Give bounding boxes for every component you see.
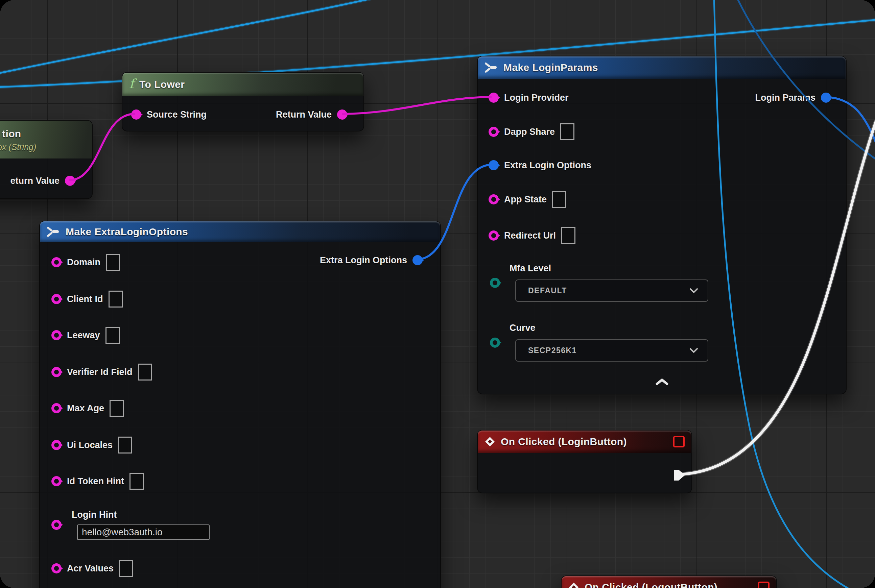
verifier-id-field-checkbox[interactable] <box>138 364 152 381</box>
mfa-level-dropdown[interactable]: DEFAULT <box>515 279 708 302</box>
wire-tolower-to-login-provider <box>342 97 492 114</box>
pin-label: Leeway <box>67 330 100 340</box>
bound-event-indicator <box>673 436 685 447</box>
chevron-down-icon <box>689 348 698 353</box>
node-string-function-header[interactable]: tion ox (String) <box>0 121 92 159</box>
bound-event-indicator <box>758 582 770 588</box>
pin-label: Return Value <box>276 110 332 120</box>
login-hint-input[interactable] <box>77 525 210 540</box>
max-age-checkbox[interactable] <box>110 400 124 417</box>
acr-values-checkbox[interactable] <box>119 560 133 577</box>
app-state-checkbox[interactable] <box>552 191 566 208</box>
pin-label: Extra Login Options <box>504 160 591 171</box>
redirect-url-checkbox[interactable] <box>561 227 576 244</box>
dapp-share-checkbox[interactable] <box>560 123 574 140</box>
mfa-level-label: Mfa Level <box>510 263 551 274</box>
pin-label: Acr Values <box>67 563 114 574</box>
pin-label: Login Params <box>755 93 815 103</box>
node-title: Make ExtraLoginOptions <box>66 226 188 238</box>
node-title: tion <box>2 128 21 140</box>
pin-label: Domain <box>67 257 101 268</box>
node-title: Make LoginParams <box>504 62 598 74</box>
chevron-down-icon <box>689 288 698 293</box>
pin-label: App State <box>504 194 547 205</box>
node-on-clicked-logout-header[interactable]: On Clicked (LogoutButton) <box>562 576 776 588</box>
curve-label: Curve <box>510 323 535 333</box>
domain-pin[interactable] <box>51 257 62 267</box>
pin-label: eturn Value <box>10 176 60 186</box>
curve-dropdown[interactable]: SECP256K1 <box>515 339 708 362</box>
node-make-extra-login-options-header[interactable]: Make ExtraLoginOptions <box>40 221 440 242</box>
leeway-pin[interactable] <box>51 330 62 340</box>
dropdown-value: DEFAULT <box>528 286 567 296</box>
cross-wire-a-glow <box>0 0 380 74</box>
cross-wire-a <box>0 0 380 74</box>
pin-label: Max Age <box>67 403 104 414</box>
client-id-checkbox[interactable] <box>108 291 123 308</box>
return-value-pin[interactable] <box>65 176 75 186</box>
login-hint-pin[interactable] <box>51 520 62 530</box>
app-state-pin[interactable] <box>489 194 499 204</box>
source-string-pin[interactable] <box>131 110 141 120</box>
verifier-id-field-pin[interactable] <box>51 367 62 377</box>
ui-locales-checkbox[interactable] <box>118 436 132 453</box>
pin-label: Source String <box>147 110 207 120</box>
max-age-pin[interactable] <box>51 403 62 413</box>
node-title: To Lower <box>139 79 185 90</box>
blueprint-canvas[interactable]: tion ox (String) eturn Value f To Lower … <box>0 0 875 588</box>
pin-label: Redirect Url <box>504 231 556 241</box>
leeway-checkbox[interactable] <box>105 327 120 344</box>
pin-label: Verifier Id Field <box>67 367 132 378</box>
node-title: On Clicked (LogoutButton) <box>585 582 717 588</box>
id-token-hint-checkbox[interactable] <box>129 473 144 490</box>
node-string-function[interactable]: tion ox (String) eturn Value <box>0 120 93 199</box>
node-title: On Clicked (LoginButton) <box>501 436 627 447</box>
pin-label: Client Id <box>67 294 103 304</box>
extra-login-options-output-pin[interactable] <box>412 255 422 265</box>
node-to-lower[interactable]: f To Lower Source String Return Value <box>122 72 364 132</box>
pure-function-icon: f <box>129 77 134 90</box>
pin-label: Login Provider <box>504 93 569 103</box>
id-token-hint-pin[interactable] <box>51 476 62 486</box>
node-on-clicked-login-header[interactable]: On Clicked (LoginButton) <box>478 430 692 453</box>
dapp-share-pin[interactable] <box>489 127 499 137</box>
node-on-clicked-logout-button[interactable]: On Clicked (LogoutButton) <box>561 576 777 588</box>
node-make-login-params-header[interactable]: Make LoginParams <box>478 56 846 79</box>
extra-login-options-input-pin[interactable] <box>489 160 499 170</box>
client-id-pin[interactable] <box>51 294 62 304</box>
node-to-lower-header[interactable]: f To Lower <box>122 73 364 96</box>
chevron-up-icon <box>655 378 669 386</box>
event-diamond-icon <box>568 582 579 588</box>
dropdown-value: SECP256K1 <box>528 346 577 355</box>
make-struct-icon <box>484 62 498 74</box>
event-diamond-icon <box>484 436 495 447</box>
redirect-url-pin[interactable] <box>489 231 499 241</box>
login-hint-label: Login Hint <box>72 510 117 520</box>
pin-label: Dapp Share <box>504 127 555 137</box>
ui-locales-pin[interactable] <box>51 440 62 450</box>
pin-label: Id Token Hint <box>67 476 124 487</box>
node-make-extra-login-options[interactable]: Make ExtraLoginOptions Extra Login Optio… <box>39 220 441 588</box>
node-subtitle: ox (String) <box>0 142 36 152</box>
make-struct-icon <box>47 226 60 238</box>
login-provider-pin[interactable] <box>489 93 499 103</box>
return-value-pin[interactable] <box>337 110 347 120</box>
mfa-level-pin[interactable] <box>490 278 500 288</box>
pin-label: Extra Login Options <box>320 255 407 266</box>
node-on-clicked-login-button[interactable]: On Clicked (LoginButton) <box>477 430 692 494</box>
exec-output-pin[interactable] <box>673 468 686 483</box>
collapse-node-button[interactable] <box>655 378 669 387</box>
login-params-output-pin[interactable] <box>821 93 831 103</box>
pin-label: Ui Locales <box>67 440 113 450</box>
curve-pin[interactable] <box>490 338 500 348</box>
acr-values-pin[interactable] <box>51 563 62 573</box>
domain-checkbox[interactable] <box>106 254 120 271</box>
node-make-login-params[interactable]: Make LoginParams Login Provider Login Pa… <box>477 56 846 394</box>
